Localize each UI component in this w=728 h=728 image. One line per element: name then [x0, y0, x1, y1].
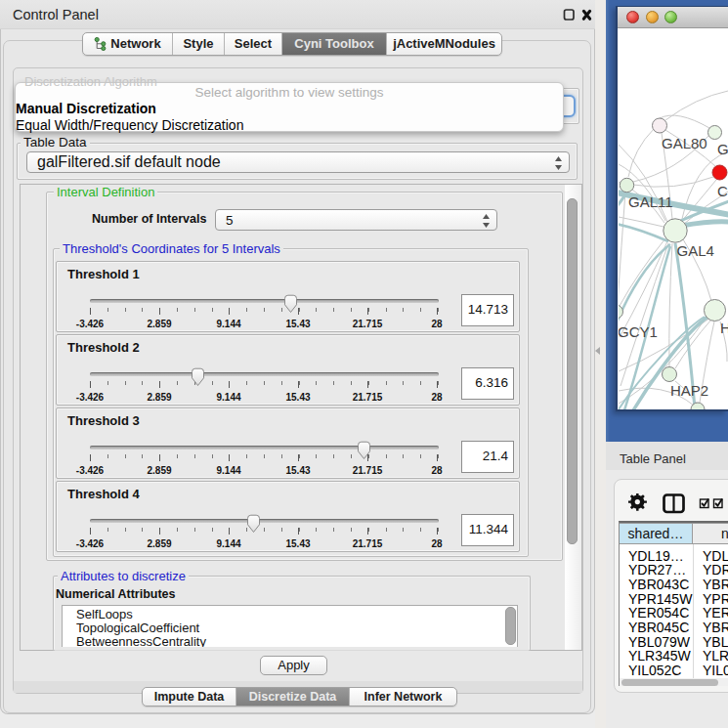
svg-text:GAL80: GAL80 [662, 135, 707, 151]
svg-text:HAP2: HAP2 [670, 382, 708, 399]
svg-text:GA: GA [717, 141, 728, 157]
svg-text:GAL4: GAL4 [677, 242, 714, 259]
svg-text:C: C [717, 183, 728, 199]
svg-text:H: H [720, 320, 728, 336]
svg-text:GCY1: GCY1 [619, 323, 658, 340]
svg-text:GAL11: GAL11 [628, 193, 673, 210]
